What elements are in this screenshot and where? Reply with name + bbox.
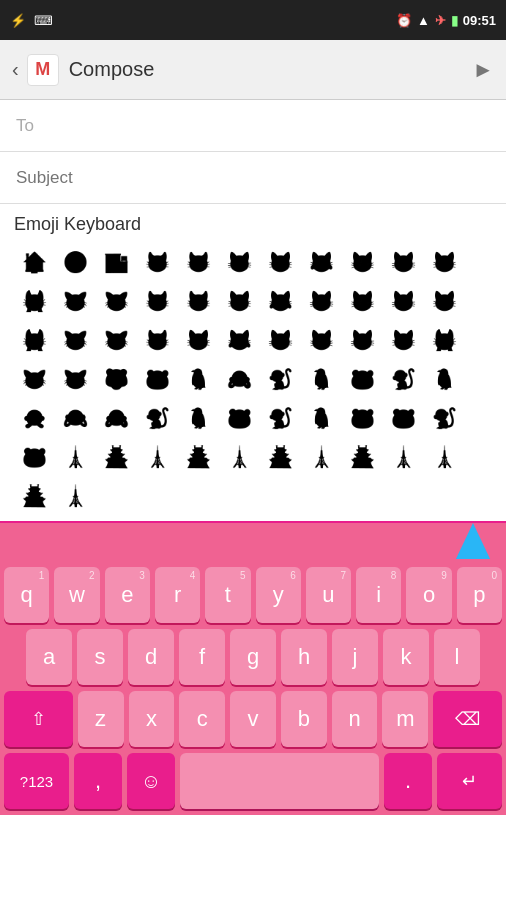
- emoji-item[interactable]: 😿: [96, 282, 136, 320]
- emoji-item[interactable]: 😿: [55, 321, 95, 359]
- sym-key[interactable]: ?123: [4, 753, 69, 809]
- emoji-item[interactable]: 🗼: [137, 438, 177, 476]
- emoji-item[interactable]: 🐒: [424, 399, 464, 437]
- emoji-item[interactable]: 🏯: [342, 438, 382, 476]
- emoji-item[interactable]: 😿: [14, 360, 54, 398]
- emoji-item[interactable]: 🏯: [96, 438, 136, 476]
- emoji-item[interactable]: 😸: [219, 282, 259, 320]
- key-d[interactable]: d: [128, 629, 174, 685]
- key-v[interactable]: v: [230, 691, 276, 747]
- emoji-item[interactable]: 😼: [342, 321, 382, 359]
- emoji-item[interactable]: 😸: [178, 321, 218, 359]
- to-input[interactable]: [34, 116, 490, 136]
- key-i[interactable]: 8i: [356, 567, 401, 623]
- emoji-item[interactable]: 🐼: [342, 360, 382, 398]
- key-q[interactable]: 1q: [4, 567, 49, 623]
- emoji-item[interactable]: 🗼: [219, 438, 259, 476]
- emoji-item[interactable]: 😺: [260, 321, 300, 359]
- key-s[interactable]: s: [77, 629, 123, 685]
- emoji-item[interactable]: 😿: [96, 321, 136, 359]
- emoji-item[interactable]: 🐼: [383, 399, 423, 437]
- emoji-item[interactable]: 🐯: [96, 360, 136, 398]
- key-j[interactable]: j: [332, 629, 378, 685]
- period-key[interactable]: .: [384, 753, 432, 809]
- emoji-item[interactable]: 😾: [137, 321, 177, 359]
- emoji-item[interactable]: 🙀: [14, 321, 54, 359]
- emoji-item[interactable]: 🐒: [260, 399, 300, 437]
- delete-key[interactable]: ⌫: [433, 691, 502, 747]
- emoji-item[interactable]: 😺: [219, 243, 259, 281]
- key-z[interactable]: z: [78, 691, 124, 747]
- back-button[interactable]: ‹: [12, 58, 19, 81]
- emoji-item[interactable]: 😻: [301, 321, 341, 359]
- emoji-item[interactable]: 🐼: [219, 399, 259, 437]
- emoji-item[interactable]: 😿: [55, 282, 95, 320]
- emoji-item[interactable]: 🏠: [14, 243, 54, 281]
- key-c[interactable]: c: [179, 691, 225, 747]
- key-l[interactable]: l: [434, 629, 480, 685]
- emoji-item[interactable]: 😻: [342, 282, 382, 320]
- key-m[interactable]: m: [382, 691, 428, 747]
- emoji-item[interactable]: 😿: [55, 360, 95, 398]
- key-w[interactable]: 2w: [54, 567, 99, 623]
- emoji-item[interactable]: 🐼: [342, 399, 382, 437]
- emoji-item[interactable]: 🙊: [14, 399, 54, 437]
- emoji-item[interactable]: 🗼: [55, 477, 95, 515]
- space-key[interactable]: [180, 753, 379, 809]
- emoji-item[interactable]: 🐧: [301, 399, 341, 437]
- emoji-item[interactable]: 🏯: [260, 438, 300, 476]
- emoji-item[interactable]: 🙀: [424, 321, 464, 359]
- emoji-item[interactable]: 🐧: [178, 399, 218, 437]
- key-a[interactable]: a: [26, 629, 72, 685]
- key-b[interactable]: b: [281, 691, 327, 747]
- key-k[interactable]: k: [383, 629, 429, 685]
- key-h[interactable]: h: [281, 629, 327, 685]
- emoji-key[interactable]: ☺: [127, 753, 175, 809]
- emoji-item[interactable]: 😸: [260, 243, 300, 281]
- emoji-item[interactable]: 🐼: [137, 360, 177, 398]
- emoji-item[interactable]: 🏯: [14, 477, 54, 515]
- emoji-item[interactable]: 🗼: [301, 438, 341, 476]
- emoji-item[interactable]: 🗼: [383, 438, 423, 476]
- emoji-item[interactable]: 😺: [301, 282, 341, 320]
- emoji-item[interactable]: 🙈: [96, 399, 136, 437]
- key-g[interactable]: g: [230, 629, 276, 685]
- subject-input[interactable]: [16, 168, 490, 188]
- key-p[interactable]: 0p: [457, 567, 502, 623]
- key-x[interactable]: x: [129, 691, 175, 747]
- emoji-item[interactable]: 🏯: [178, 438, 218, 476]
- emoji-item[interactable]: 😾: [178, 243, 218, 281]
- emoji-item[interactable]: 😹: [260, 282, 300, 320]
- key-n[interactable]: n: [332, 691, 378, 747]
- emoji-item[interactable]: 🙈: [219, 360, 259, 398]
- key-y[interactable]: 6y: [256, 567, 301, 623]
- emoji-item[interactable]: 🐧: [424, 360, 464, 398]
- emoji-item[interactable]: 🗼: [55, 438, 95, 476]
- emoji-item[interactable]: 🐒: [260, 360, 300, 398]
- emoji-item[interactable]: 😽: [424, 243, 464, 281]
- emoji-item[interactable]: 😻: [342, 243, 382, 281]
- key-e[interactable]: 3e: [105, 567, 150, 623]
- emoji-item[interactable]: 😾: [137, 282, 177, 320]
- emoji-item[interactable]: 🏬: [96, 243, 136, 281]
- key-t[interactable]: 5t: [205, 567, 250, 623]
- scroll-indicator[interactable]: [454, 523, 492, 563]
- emoji-item[interactable]: 😼: [383, 282, 423, 320]
- emoji-item[interactable]: 😾: [178, 282, 218, 320]
- comma-key[interactable]: ,: [74, 753, 122, 809]
- key-u[interactable]: 7u: [306, 567, 351, 623]
- emoji-item[interactable]: 🙉: [55, 399, 95, 437]
- emoji-item[interactable]: 🙀: [14, 282, 54, 320]
- emoji-item[interactable]: 😽: [424, 282, 464, 320]
- shift-key[interactable]: ⇧: [4, 691, 73, 747]
- enter-key[interactable]: ↵: [437, 753, 502, 809]
- key-o[interactable]: 9o: [406, 567, 451, 623]
- emoji-item[interactable]: 😽: [383, 321, 423, 359]
- emoji-item[interactable]: 😹: [301, 243, 341, 281]
- emoji-item[interactable]: 🐧: [178, 360, 218, 398]
- emoji-item[interactable]: 😹: [219, 321, 259, 359]
- emoji-item[interactable]: 🐒: [137, 399, 177, 437]
- emoji-item[interactable]: 🐧: [301, 360, 341, 398]
- key-f[interactable]: f: [179, 629, 225, 685]
- emoji-item[interactable]: 🕐: [55, 243, 95, 281]
